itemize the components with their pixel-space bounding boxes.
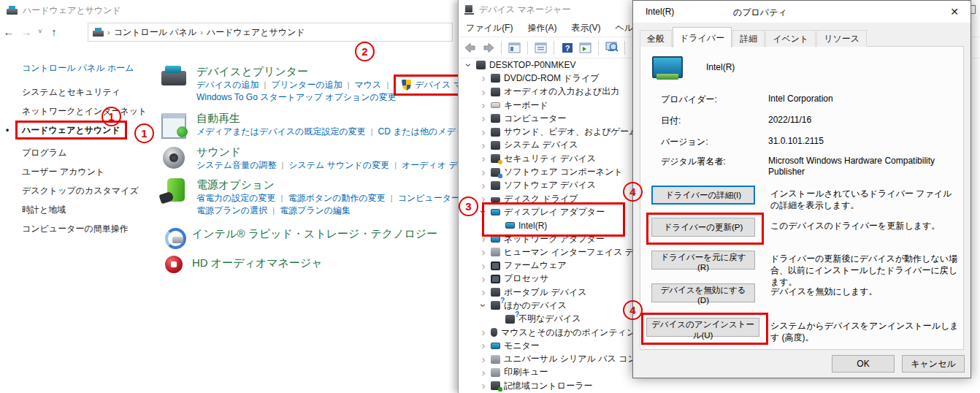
sidebar-item-category[interactable]: プログラム <box>22 143 155 162</box>
breadcrumb-control-panel[interactable]: コントロール パネル <box>114 26 197 39</box>
chevron-right-icon[interactable]: › <box>478 275 489 283</box>
close-icon[interactable] <box>947 4 962 19</box>
menu-item[interactable]: 表示(V) <box>564 22 608 34</box>
chevron-right-icon[interactable]: › <box>478 115 489 122</box>
forward-icon[interactable]: → <box>18 26 35 38</box>
toolbar-separator <box>624 41 625 55</box>
chevron-right-icon[interactable]: › <box>478 142 489 149</box>
device-manager-link[interactable]: デバイス マネージャー <box>415 79 458 91</box>
menu-item[interactable]: 操作(A) <box>520 22 564 34</box>
cp-task-link[interactable]: マウス <box>355 79 382 91</box>
help-icon[interactable]: ? <box>559 40 575 56</box>
tab-item[interactable]: 詳細 <box>732 30 765 47</box>
action-button-0[interactable]: ドライバーの詳細(I) <box>651 186 755 205</box>
action-button-3[interactable]: デバイスを無効にする(D) <box>651 283 755 302</box>
tab-item[interactable]: リソース <box>816 30 867 47</box>
sidebar-item-category[interactable]: システムとセキュリティ <box>22 83 155 102</box>
action-button-2[interactable]: ドライバーを元に戻す(R) <box>651 251 755 270</box>
chevron-right-icon[interactable]: › <box>478 356 489 363</box>
chevron-right-icon[interactable]: › <box>478 75 489 82</box>
tree-node[interactable]: ›記憶域コントローラー <box>459 379 980 392</box>
power-icon <box>160 178 188 204</box>
chevron-right-icon[interactable]: › <box>478 342 489 349</box>
action-button-1[interactable]: ドライバーの更新(P) <box>651 218 755 237</box>
hd-audio-icon <box>164 256 183 273</box>
up-icon[interactable]: ↑ <box>45 26 63 38</box>
properties-icon[interactable] <box>533 40 548 56</box>
cp-task-link[interactable]: プリンターの追加 <box>271 79 342 91</box>
tab-item[interactable]: イベント <box>765 30 816 47</box>
cp-task-link[interactable]: 電源プランの選択 <box>196 205 267 217</box>
tree-node-label: ディスプレイ アダプター <box>504 206 605 218</box>
chevron-right-icon[interactable]: › <box>478 182 489 189</box>
section-heading[interactable]: インテル® ラピッド・ストレージ・テクノロジー <box>192 226 437 241</box>
tree-node-label: ファームウェア <box>504 259 567 272</box>
sidebar-item-category[interactable]: デスクトップのカスタマイズ <box>22 181 155 200</box>
chevron-right-icon[interactable]: › <box>478 102 489 109</box>
cp-task-link[interactable]: オーディオ デバイスの管理 <box>402 159 458 172</box>
back-icon[interactable]: ← <box>0 26 18 38</box>
chevron-right-icon[interactable]: › <box>478 262 489 270</box>
sidebar-item-category[interactable]: ネットワークとインターネット <box>22 102 155 121</box>
cp-task-link[interactable]: Windows To Go スタートアップ オプションの変更 <box>196 91 397 104</box>
cancel-button[interactable]: キャンセル <box>902 355 965 373</box>
chevron-right-icon[interactable]: › <box>478 195 489 202</box>
console-tree-icon[interactable] <box>507 40 522 56</box>
chevron-right-icon[interactable]: › <box>478 155 489 162</box>
chevron-down-icon[interactable]: › <box>465 59 472 71</box>
ok-button[interactable]: OK <box>832 355 895 373</box>
chevron-right-icon[interactable]: › <box>478 382 489 389</box>
tree-node-label: 印刷キュー <box>504 366 548 378</box>
section-heading[interactable]: サウンド <box>196 145 458 159</box>
forward-icon[interactable] <box>481 40 496 56</box>
mouse-icon <box>491 328 497 337</box>
breadcrumb-hardware-sound[interactable]: ハードウェアとサウンド <box>207 26 305 39</box>
desktop: ハードウェアとサウンド ← → ˅ ↑ › コントロール パネル › ハードウェ… <box>0 0 980 393</box>
control-panel-window: ハードウェアとサウンド ← → ˅ ↑ › コントロール パネル › ハードウェ… <box>0 0 458 393</box>
cp-task-link[interactable]: 省電力の設定の変更 <box>196 192 276 205</box>
address-bar[interactable]: › コントロール パネル › ハードウェアとサウンド <box>88 23 453 42</box>
sidebar-item-category[interactable]: 時計と地域 <box>22 200 155 219</box>
section-heading[interactable]: 電源オプション <box>196 178 458 192</box>
toolbar-separator <box>598 41 599 55</box>
chevron-down-icon[interactable]: › <box>480 206 487 218</box>
chevron-right-icon[interactable]: › <box>478 329 489 336</box>
cp-task-link[interactable]: デバイスの追加 <box>196 79 259 91</box>
action-pane-icon[interactable] <box>578 40 593 56</box>
cp-task-link[interactable]: コンピューターがスリープ <box>398 192 458 205</box>
monitor-icon <box>491 343 500 349</box>
sidebar-item-category[interactable]: コントロール パネル ホーム <box>22 58 155 77</box>
cp-task-link[interactable]: メディアまたはデバイスの既定設定の変更 <box>196 126 366 138</box>
chevron-right-icon[interactable]: › <box>478 129 489 136</box>
keyboard-icon <box>491 102 500 108</box>
menu-item[interactable]: ファイル(F) <box>459 22 520 34</box>
cp-task-link[interactable]: 電源ボタンの動作の変更 <box>288 192 385 205</box>
chevron-right-icon[interactable]: › <box>478 369 489 376</box>
cp-task-link[interactable]: システム音量の調整 <box>196 159 276 172</box>
history-dropdown-icon[interactable]: ˅ <box>35 28 45 35</box>
link-separator: | <box>281 192 283 205</box>
tab-item[interactable]: 全般 <box>640 30 672 47</box>
field-value: 2022/11/16 <box>768 115 957 126</box>
action-button-4[interactable]: デバイスのアンインストール(U) <box>646 318 759 337</box>
cp-task-link[interactable]: システム サウンドの変更 <box>288 159 389 172</box>
driver-properties-dialog: Intel(R) のプロパティ 全般ドライバー詳細イベントリソース Intel(… <box>632 0 971 378</box>
sidebar-item-category[interactable]: ユーザー アカウント <box>22 162 155 181</box>
usb-controller-icon <box>491 355 500 364</box>
tab-driver-active[interactable]: ドライバー <box>673 27 732 47</box>
chevron-right-icon[interactable]: › <box>478 169 489 176</box>
scan-hardware-icon[interactable] <box>604 40 619 56</box>
chevron-right-icon[interactable]: › <box>478 235 489 243</box>
chevron-right-icon[interactable]: › <box>478 248 489 256</box>
chevron-right-icon[interactable]: › <box>478 289 489 296</box>
section-heading[interactable]: HD オーディオマネージャ <box>192 256 323 270</box>
cp-task-link[interactable]: CD または他のメディアの自動再生 <box>378 126 458 138</box>
back-icon[interactable] <box>462 40 478 56</box>
cp-task-link[interactable]: 電源プランの編集 <box>280 205 351 217</box>
section-heading[interactable]: 自動再生 <box>196 111 458 126</box>
chevron-right-icon[interactable]: › <box>478 88 489 96</box>
firmware-icon <box>491 262 500 270</box>
device-name: Intel(R) <box>706 62 735 72</box>
chevron-down-icon[interactable]: › <box>480 299 487 311</box>
sidebar-item-category[interactable]: コンピューターの簡単操作 <box>22 219 155 238</box>
